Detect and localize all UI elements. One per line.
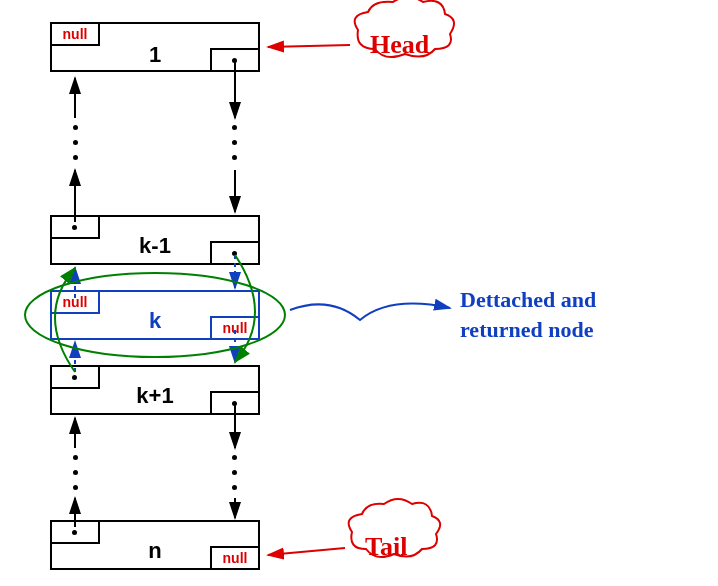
tail-callout-label: Tail bbox=[365, 532, 407, 562]
null-text: null bbox=[223, 550, 248, 566]
node-head: null 1 bbox=[50, 22, 260, 72]
node-k-next-slot: null bbox=[210, 316, 260, 340]
node-head-next-slot bbox=[210, 48, 260, 72]
node-k-detached: null k null bbox=[50, 290, 260, 340]
detached-annotation: Dettached and returned node bbox=[460, 285, 596, 344]
ellipsis-dots-top-right bbox=[232, 125, 237, 160]
node-tail: n null bbox=[50, 520, 260, 570]
node-k-minus-1: k-1 bbox=[50, 215, 260, 265]
ellipsis-dots-bottom-left bbox=[73, 455, 78, 490]
null-text: null bbox=[63, 26, 88, 42]
tail-arrow bbox=[268, 548, 345, 555]
node-tail-next-slot: null bbox=[210, 546, 260, 570]
detached-annotation-line1: Dettached and bbox=[460, 287, 596, 312]
detached-annotation-arrow bbox=[290, 304, 450, 320]
node-k-plus-1: k+1 bbox=[50, 365, 260, 415]
detached-annotation-line2: returned node bbox=[460, 317, 593, 342]
node-kp1-next-slot bbox=[210, 391, 260, 415]
node-km1-next-slot bbox=[210, 241, 260, 265]
head-callout-label: Head bbox=[370, 30, 429, 60]
ellipsis-dots-top-left bbox=[73, 125, 78, 160]
head-arrow bbox=[268, 45, 350, 47]
ellipsis-dots-bottom-right bbox=[232, 455, 237, 490]
null-text: null bbox=[223, 320, 248, 336]
